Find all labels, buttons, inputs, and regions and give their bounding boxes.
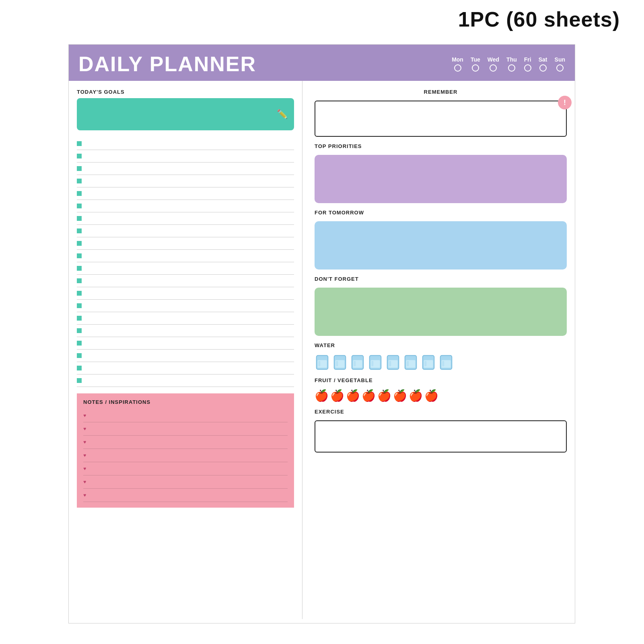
- water-glass-2[interactable]: [332, 354, 348, 371]
- fruit-section: FRUIT / VEGETABLE 🍎 🍎 🍎 🍎 🍎 🍎 🍎 🍎: [315, 377, 567, 402]
- fruit-icons: 🍎 🍎 🍎 🍎 🍎 🍎 🍎 🍎: [315, 389, 567, 402]
- planner-title: DAILY PLANNER: [78, 52, 256, 76]
- day-circle-thu[interactable]: [508, 64, 515, 72]
- day-thu[interactable]: Thu: [506, 56, 517, 72]
- priorities-section: TOP PRIORITIES: [315, 143, 567, 203]
- day-tue[interactable]: Tue: [471, 56, 480, 72]
- apple-icon-7[interactable]: 🍎: [409, 389, 423, 402]
- svg-rect-5: [336, 361, 338, 366]
- list-item[interactable]: [77, 237, 294, 250]
- priorities-label: TOP PRIORITIES: [315, 143, 567, 149]
- notes-label: NOTES / INSPIRATIONS: [83, 399, 288, 405]
- goals-box[interactable]: ✏️: [77, 98, 294, 130]
- day-mon[interactable]: Mon: [452, 56, 463, 72]
- day-sun[interactable]: Sun: [555, 56, 565, 72]
- apple-icon-3[interactable]: 🍎: [346, 389, 360, 402]
- svg-rect-14: [389, 361, 391, 366]
- list-item[interactable]: [77, 275, 294, 287]
- note-item[interactable]: ♥: [83, 475, 288, 489]
- task-bullet: [77, 204, 82, 208]
- apple-icon-8[interactable]: 🍎: [424, 389, 438, 402]
- day-circle-mon[interactable]: [454, 64, 461, 72]
- water-glass-6[interactable]: [403, 354, 418, 371]
- apple-icon-6[interactable]: 🍎: [393, 389, 407, 402]
- task-bullet: [77, 179, 82, 183]
- list-item[interactable]: [77, 150, 294, 163]
- task-bullet: [77, 216, 82, 221]
- list-item[interactable]: [77, 325, 294, 337]
- priorities-box[interactable]: [315, 155, 567, 203]
- list-item[interactable]: [77, 287, 294, 300]
- water-glass-7[interactable]: [421, 354, 436, 371]
- remember-box[interactable]: !: [315, 101, 567, 137]
- tomorrow-label: FOR TOMORROW: [315, 210, 567, 216]
- note-item[interactable]: ♥: [83, 436, 288, 449]
- list-item[interactable]: [77, 250, 294, 262]
- note-item[interactable]: ♥: [83, 422, 288, 436]
- list-item[interactable]: [77, 337, 294, 350]
- day-circle-wed[interactable]: [490, 64, 497, 72]
- day-circle-tue[interactable]: [472, 64, 479, 72]
- day-wed[interactable]: Wed: [488, 56, 499, 72]
- note-item[interactable]: ♥: [83, 462, 288, 475]
- forget-box[interactable]: [315, 288, 567, 336]
- note-item[interactable]: ♥: [83, 489, 288, 502]
- svg-rect-2: [318, 361, 320, 366]
- day-fri[interactable]: Fri: [524, 56, 531, 72]
- apple-icon-1[interactable]: 🍎: [315, 389, 329, 402]
- task-bullet: [77, 341, 82, 346]
- heart-icon: ♥: [83, 426, 86, 432]
- apple-icon-4[interactable]: 🍎: [362, 389, 376, 402]
- water-glass-3[interactable]: [350, 354, 365, 371]
- heart-icon: ♥: [83, 466, 86, 471]
- exercise-section: EXERCISE: [315, 409, 567, 453]
- water-glass-1[interactable]: [315, 354, 330, 371]
- water-glass-8[interactable]: [438, 354, 454, 371]
- heart-icon: ♥: [83, 479, 86, 485]
- day-circle-sat[interactable]: [539, 64, 547, 72]
- task-bullet: [77, 278, 82, 283]
- heart-icon: ♥: [83, 492, 86, 498]
- water-section: WATER: [315, 342, 567, 371]
- svg-rect-17: [407, 361, 409, 366]
- water-glass-5[interactable]: [385, 354, 401, 371]
- exercise-box[interactable]: [315, 420, 567, 453]
- task-list: [77, 138, 294, 387]
- note-item[interactable]: ♥: [83, 449, 288, 462]
- list-item[interactable]: [77, 163, 294, 175]
- list-item[interactable]: [77, 225, 294, 237]
- list-item[interactable]: [77, 362, 294, 374]
- list-item[interactable]: [77, 350, 294, 362]
- tomorrow-box[interactable]: [315, 221, 567, 270]
- day-circle-sun[interactable]: [556, 64, 564, 72]
- day-circle-fri[interactable]: [524, 64, 531, 72]
- tomorrow-section: FOR TOMORROW: [315, 210, 567, 270]
- list-item[interactable]: [77, 200, 294, 212]
- list-item[interactable]: [77, 312, 294, 325]
- pencil-icon: ✏️: [277, 109, 288, 119]
- task-bullet: [77, 166, 82, 171]
- page-title: 1PC (60 sheets): [458, 7, 620, 31]
- day-sat[interactable]: Sat: [539, 56, 547, 72]
- apple-icon-2[interactable]: 🍎: [330, 389, 344, 402]
- svg-rect-11: [371, 361, 373, 366]
- list-item[interactable]: [77, 138, 294, 150]
- task-bullet: [77, 191, 82, 196]
- list-item[interactable]: [77, 175, 294, 187]
- list-item[interactable]: [77, 374, 294, 387]
- note-item[interactable]: ♥: [83, 409, 288, 422]
- list-item[interactable]: [77, 300, 294, 312]
- apple-icon-5[interactable]: 🍎: [377, 389, 391, 402]
- list-item[interactable]: [77, 212, 294, 225]
- list-item[interactable]: [77, 187, 294, 200]
- list-item[interactable]: [77, 262, 294, 275]
- right-column: REMEMBER ! TOP PRIORITIES FOR TOMORROW D…: [302, 81, 575, 619]
- water-icons: [315, 354, 567, 371]
- remember-section: REMEMBER !: [315, 89, 567, 137]
- svg-rect-8: [354, 361, 356, 366]
- water-glass-4[interactable]: [368, 354, 383, 371]
- svg-rect-20: [424, 361, 426, 366]
- remember-label: REMEMBER: [315, 89, 567, 95]
- task-bullet: [77, 253, 82, 258]
- task-bullet: [77, 291, 82, 296]
